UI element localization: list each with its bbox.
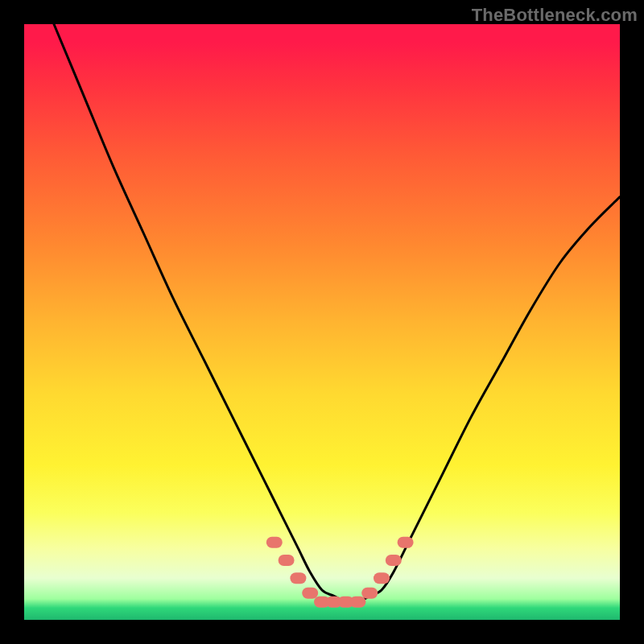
curve-marker xyxy=(279,555,295,566)
curve-marker xyxy=(290,572,306,584)
curve-marker xyxy=(386,555,402,566)
curve-marker xyxy=(266,537,283,548)
curve-marker xyxy=(398,537,414,548)
curve-marker xyxy=(374,572,390,584)
curve-marker xyxy=(361,588,378,599)
bottleneck-curve xyxy=(54,24,620,603)
watermark-text: TheBottleneck.com xyxy=(472,5,638,26)
curve-marker xyxy=(302,588,318,599)
chart-frame: TheBottleneck.com xyxy=(0,0,644,644)
curve-markers xyxy=(266,537,414,608)
chart-plot-area xyxy=(24,24,620,620)
chart-svg xyxy=(24,24,620,620)
curve-marker xyxy=(349,597,365,608)
bottleneck-curve-path xyxy=(54,24,620,603)
